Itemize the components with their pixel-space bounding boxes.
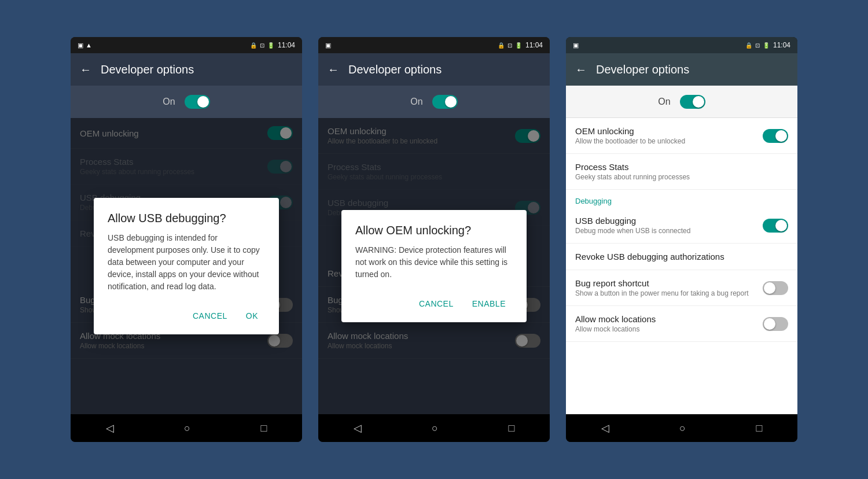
app-bar-3: ← Developer options bbox=[566, 53, 797, 86]
dialog-cancel-1[interactable]: CANCEL bbox=[186, 307, 234, 325]
usb-debug-dialog: Allow USB debugging? USB debugging is in… bbox=[94, 198, 279, 334]
oem-unlock-dialog: Allow OEM unlocking? WARNING: Device pro… bbox=[341, 210, 527, 322]
status-icons-left-3: ▣ bbox=[573, 42, 579, 49]
revoke-title-3: Revoke USB debugging authorizations bbox=[575, 252, 724, 261]
battery-icon-3: 🔋 bbox=[763, 42, 770, 49]
oem-unlocking-item-3[interactable]: OEM unlocking Allow the bootloader to be… bbox=[566, 118, 797, 154]
status-bar-1: ▣ ▲ 🔒 ⊡ 🔋 11:04 bbox=[71, 37, 302, 53]
back-button-2[interactable]: ← bbox=[328, 63, 339, 76]
nav-bar-3: ◁ ○ □ bbox=[566, 414, 797, 442]
home-nav-2[interactable]: ○ bbox=[432, 422, 438, 434]
mock-title-3: Allow mock locations bbox=[575, 314, 656, 324]
back-button-1[interactable]: ← bbox=[80, 63, 91, 76]
usb-sub-3: Debug mode when USB is connected bbox=[575, 227, 690, 235]
mock-loc-item-3[interactable]: Allow mock locations Allow mock location… bbox=[566, 306, 797, 342]
battery-icon-1: 🔋 bbox=[267, 42, 274, 49]
oem-toggle-3[interactable] bbox=[763, 129, 788, 143]
recent-nav-1[interactable]: □ bbox=[260, 422, 267, 434]
signal-icon-1: ▲ bbox=[86, 42, 92, 49]
app-title-2: Developer options bbox=[348, 63, 442, 76]
toggle-thumb-3 bbox=[693, 96, 704, 108]
wifi-icon-3: ▣ bbox=[573, 42, 579, 49]
phone-3: ▣ 🔒 ⊡ 🔋 11:04 ← Developer options On OEM… bbox=[566, 37, 797, 442]
bug-title-3: Bug report shortcut bbox=[575, 278, 749, 288]
time-3: 11:04 bbox=[773, 41, 790, 49]
dialog-enable-2[interactable]: ENABLE bbox=[465, 294, 513, 313]
time-1: 11:04 bbox=[278, 41, 295, 49]
toggle-thumb-1 bbox=[197, 96, 209, 108]
phone-2: ▣ 🔒 ⊡ 🔋 11:04 ← Developer options On OEM… bbox=[318, 37, 550, 442]
settings-list-1: OEM unlocking Process Stats Geeky stats … bbox=[71, 118, 302, 414]
status-bar-3: ▣ 🔒 ⊡ 🔋 11:04 bbox=[566, 37, 797, 53]
developer-toggle-2[interactable] bbox=[432, 95, 458, 109]
usb-toggle-3[interactable] bbox=[763, 219, 788, 233]
recent-nav-3[interactable]: □ bbox=[756, 422, 762, 434]
time-2: 11:04 bbox=[525, 41, 543, 49]
status-icons-left-1: ▣ ▲ bbox=[78, 42, 92, 49]
toggle-row-3: On bbox=[566, 86, 797, 118]
settings-list-2: OEM unlocking Allow the bootloader to be… bbox=[318, 118, 550, 414]
home-nav-1[interactable]: ○ bbox=[184, 422, 190, 434]
oem-title-3: OEM unlocking bbox=[575, 126, 685, 136]
back-button-3[interactable]: ← bbox=[575, 63, 587, 76]
dialog-actions-1: CANCEL OK bbox=[108, 302, 265, 330]
home-nav-3[interactable]: ○ bbox=[679, 422, 686, 434]
app-title-1: Developer options bbox=[101, 63, 194, 76]
mock-sub-3: Allow mock locations bbox=[575, 325, 656, 333]
bug-report-item-3[interactable]: Bug report shortcut Show a button in the… bbox=[566, 270, 797, 306]
lock-icon-2: 🔒 bbox=[498, 42, 505, 49]
dialog-overlay-1: Allow USB debugging? USB debugging is in… bbox=[71, 118, 302, 414]
dialog-ok-1[interactable]: OK bbox=[239, 307, 265, 325]
developer-toggle-1[interactable] bbox=[185, 95, 210, 109]
oem-sub-3: Allow the bootloader to be unlocked bbox=[575, 137, 685, 145]
dialog-overlay-2: Allow OEM unlocking? WARNING: Device pro… bbox=[318, 118, 550, 414]
usb-debug-item-3[interactable]: USB debugging Debug mode when USB is con… bbox=[566, 208, 797, 244]
mock-toggle-3[interactable] bbox=[763, 317, 788, 331]
bug-toggle-3[interactable] bbox=[763, 281, 788, 295]
status-icons-right-1: 🔒 ⊡ 🔋 bbox=[250, 42, 274, 49]
process-sub-3: Geeky stats about running processes bbox=[575, 173, 690, 181]
wifi-icon-1: ▣ bbox=[78, 42, 83, 49]
sim-icon-3: ⊡ bbox=[755, 42, 760, 49]
status-bar-2: ▣ 🔒 ⊡ 🔋 11:04 bbox=[318, 37, 550, 53]
dialog-body-2: WARNING: Device protection features will… bbox=[355, 244, 513, 281]
lock-icon-1: 🔒 bbox=[250, 42, 257, 49]
sim-icon-1: ⊡ bbox=[260, 42, 264, 49]
revoke-item-3[interactable]: Revoke USB debugging authorizations bbox=[566, 244, 797, 270]
back-nav-2[interactable]: ◁ bbox=[354, 422, 362, 434]
process-title-3: Process Stats bbox=[575, 162, 690, 172]
dialog-body-1: USB debugging is intended for developmen… bbox=[108, 232, 265, 293]
toggle-label-3: On bbox=[658, 97, 670, 107]
back-nav-3[interactable]: ◁ bbox=[601, 422, 609, 434]
toggle-thumb-2 bbox=[445, 96, 457, 108]
back-nav-1[interactable]: ◁ bbox=[106, 422, 114, 434]
recent-nav-2[interactable]: □ bbox=[508, 422, 514, 434]
toggle-label-2: On bbox=[410, 97, 422, 107]
usb-title-3: USB debugging bbox=[575, 216, 690, 226]
app-bar-1: ← Developer options bbox=[71, 53, 302, 86]
process-stats-item-3[interactable]: Process Stats Geeky stats about running … bbox=[566, 154, 797, 190]
toggle-label-1: On bbox=[163, 97, 175, 107]
status-icons-right-2: 🔒 ⊡ 🔋 bbox=[498, 42, 522, 49]
app-title-3: Developer options bbox=[596, 63, 689, 76]
bug-sub-3: Show a button in the power menu for taki… bbox=[575, 289, 749, 297]
sim-icon-2: ⊡ bbox=[507, 42, 512, 49]
status-icons-right-3: 🔒 ⊡ 🔋 bbox=[745, 42, 770, 49]
wifi-icon-2: ▣ bbox=[325, 42, 331, 49]
dialog-actions-2: CANCEL ENABLE bbox=[355, 290, 513, 318]
app-bar-2: ← Developer options bbox=[318, 53, 550, 86]
status-icons-left-2: ▣ bbox=[325, 42, 331, 49]
toggle-row-2: On bbox=[318, 86, 550, 118]
nav-bar-1: ◁ ○ □ bbox=[71, 414, 302, 442]
toggle-row-1: On bbox=[71, 86, 302, 118]
nav-bar-2: ◁ ○ □ bbox=[318, 414, 550, 442]
settings-list-3: OEM unlocking Allow the bootloader to be… bbox=[566, 118, 797, 414]
battery-icon-2: 🔋 bbox=[515, 42, 522, 49]
dialog-title-1: Allow USB debugging? bbox=[108, 212, 265, 225]
developer-toggle-3[interactable] bbox=[680, 95, 705, 109]
debugging-section-header: Debugging bbox=[566, 190, 797, 208]
dialog-title-2: Allow OEM unlocking? bbox=[355, 224, 513, 237]
phone-1: ▣ ▲ 🔒 ⊡ 🔋 11:04 ← Developer options On O… bbox=[71, 37, 302, 442]
dialog-cancel-2[interactable]: CANCEL bbox=[412, 294, 461, 313]
lock-icon-3: 🔒 bbox=[745, 42, 752, 49]
